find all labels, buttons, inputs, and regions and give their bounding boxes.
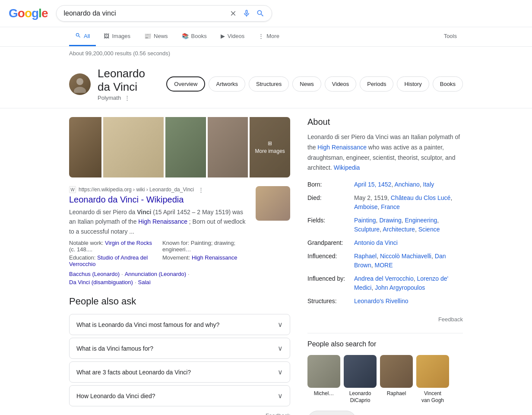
- died-country-link[interactable]: France: [381, 203, 400, 210]
- tab-books[interactable]: 📚 Books: [176, 28, 213, 46]
- google-search-button[interactable]: [256, 9, 265, 18]
- paa-question-1[interactable]: What is Leonardo da Vinci most famous fo…: [70, 314, 290, 335]
- bacchus-link[interactable]: Bacchus (Leonardo): [69, 271, 120, 277]
- grandparent-link[interactable]: Antonio da Vinci: [354, 239, 398, 246]
- structures-link[interactable]: Leonardo's Rivellino: [354, 298, 408, 304]
- main-content: ⊞ More images W https://en.wikipedia.org…: [0, 108, 532, 415]
- google-logo[interactable]: Google: [9, 6, 48, 20]
- paa-feedback[interactable]: Feedback: [69, 409, 290, 415]
- paa-question-4[interactable]: How Leonardo da Vinci died? ∨: [70, 386, 290, 406]
- notable-work-link[interactable]: Virgin of the Rocks: [105, 240, 152, 246]
- search-bar[interactable]: [56, 5, 272, 22]
- wikipedia-more-button[interactable]: ⋮: [198, 187, 204, 193]
- pill-videos[interactable]: Videos: [325, 76, 357, 92]
- sep2: ·: [188, 271, 190, 277]
- sep3: ·: [135, 279, 136, 285]
- result-text-col: W https://en.wikipedia.org › wiki › Leon…: [69, 186, 249, 285]
- svg-point-0: [76, 78, 83, 85]
- more-images-overlay[interactable]: ⊞ More images: [250, 117, 290, 177]
- paa-item-2: What is da Vinci famous for? ∨: [69, 338, 290, 359]
- influenced-by-verrocchio-link[interactable]: Andrea del Verrocchio: [354, 275, 414, 282]
- salai-link[interactable]: Salaì: [138, 279, 151, 285]
- grandparent-value: Antonio da Vinci: [354, 238, 398, 247]
- past-item-vangogh[interactable]: Vincentvan Gogh: [416, 355, 449, 404]
- result-row-wikipedia: W https://en.wikipedia.org › wiki › Leon…: [69, 186, 290, 285]
- influenced-raphael-link[interactable]: Raphael: [354, 253, 377, 260]
- education-label: Education:: [69, 254, 97, 261]
- influenced-by-argyropoulos-link[interactable]: John Argyropoulos: [375, 284, 425, 291]
- pill-overview[interactable]: Overview: [166, 76, 205, 92]
- field-drawing-link[interactable]: Drawing: [379, 217, 401, 224]
- image-grid-icon: ⊞: [268, 140, 272, 146]
- structures-label: Structures:: [307, 297, 351, 306]
- field-engineering-link[interactable]: Engineering: [405, 217, 437, 224]
- logo-letter-o1: o: [18, 6, 25, 20]
- images-strip: ⊞ More images: [69, 117, 290, 177]
- header: Google: [0, 0, 532, 27]
- about-feedback[interactable]: Feedback: [307, 313, 463, 326]
- movement-link[interactable]: High Renaissance: [192, 254, 238, 261]
- paa-item-3: What are 3 facts about Leonardo da Vinci…: [69, 361, 290, 383]
- clear-search-button[interactable]: [229, 10, 237, 17]
- tab-images-label: Images: [112, 33, 130, 39]
- image-thumb-5[interactable]: ⊞ More images: [250, 117, 290, 177]
- tab-more[interactable]: ⋮ More: [252, 28, 285, 46]
- search-input[interactable]: [63, 10, 225, 17]
- paa-question-3[interactable]: What are 3 facts about Leonardo da Vinci…: [70, 362, 290, 382]
- fact-born: Born: April 15, 1452, Anchiano, Italy: [307, 180, 463, 189]
- entity-avatar: [69, 73, 91, 95]
- pill-news[interactable]: News: [292, 76, 321, 92]
- field-architecture-link[interactable]: Architecture: [383, 226, 415, 233]
- pill-books[interactable]: Books: [433, 76, 463, 92]
- see-more-button[interactable]: See more →: [307, 411, 356, 415]
- field-sculpture-link[interactable]: Sculpture: [354, 226, 380, 233]
- image-thumb-3[interactable]: [165, 117, 206, 177]
- influenced-more-link[interactable]: MORE: [374, 262, 393, 269]
- image-thumb-2[interactable]: [103, 117, 164, 177]
- grandparent-label: Grandparent:: [307, 238, 351, 247]
- died-city-link[interactable]: Amboise: [354, 203, 377, 210]
- voice-search-button[interactable]: [242, 9, 251, 18]
- tab-images[interactable]: 🖼 Images: [98, 28, 136, 46]
- wikipedia-title[interactable]: Leonardo da Vinci - Wikipedia: [69, 195, 249, 205]
- died-place-link[interactable]: Château du Clos Lucé: [391, 194, 451, 201]
- past-item-raphael[interactable]: Raphael: [380, 355, 413, 404]
- raphael-name: Raphael: [387, 390, 406, 397]
- influenced-label: Influenced:: [307, 252, 351, 270]
- pill-periods[interactable]: Periods: [360, 76, 393, 92]
- paa-question-2-text: What is da Vinci famous for?: [76, 345, 153, 352]
- tab-news[interactable]: 📰 News: [138, 28, 174, 46]
- tab-videos[interactable]: ▶ Videos: [215, 28, 251, 46]
- books-icon: 📚: [182, 33, 189, 39]
- paa-question-2[interactable]: What is da Vinci famous for? ∨: [70, 338, 290, 358]
- past-item-michelangelo[interactable]: Michel…: [307, 355, 340, 404]
- field-science-link[interactable]: Science: [418, 226, 440, 233]
- high-renaissance-link[interactable]: High Renaissance: [138, 218, 187, 225]
- field-painting-link[interactable]: Painting: [354, 217, 376, 224]
- born-country-link[interactable]: Italy: [423, 181, 434, 188]
- pill-structures[interactable]: Structures: [249, 76, 289, 92]
- image-thumb-1[interactable]: [69, 117, 101, 177]
- pill-history[interactable]: History: [397, 76, 429, 92]
- born-date-link[interactable]: April 15, 1452: [354, 181, 391, 188]
- paa-question-1-text: What is Leonardo da Vinci most famous fo…: [76, 321, 219, 328]
- davinci-disambiguation-link[interactable]: Da Vinci (disambiguation): [69, 279, 133, 285]
- paa-question-3-text: What are 3 facts about Leonardo da Vinci…: [76, 369, 191, 376]
- more-dots-icon: ⋮: [258, 33, 264, 39]
- image-thumb-4[interactable]: [208, 117, 248, 177]
- search-icon: [75, 32, 81, 40]
- tab-all[interactable]: All: [69, 27, 96, 46]
- pill-artworks[interactable]: Artworks: [209, 76, 245, 92]
- wikipedia-source-link[interactable]: Wikipedia: [334, 164, 360, 171]
- high-renaissance-about-link[interactable]: High Renaissance: [317, 144, 367, 151]
- known-for-label: Known for:: [162, 240, 191, 246]
- past-item-dicaprio[interactable]: LeonardoDiCaprio: [344, 355, 377, 404]
- tools-label: Tools: [444, 33, 457, 39]
- entity-more-icon[interactable]: ⋮: [124, 95, 130, 101]
- logo-letter-e: e: [41, 6, 48, 20]
- paa-item-4: How Leonardo da Vinci died? ∨: [69, 385, 290, 406]
- annunciation-link[interactable]: Annunciation (Leonardo): [125, 271, 186, 277]
- tools-button[interactable]: Tools: [438, 28, 463, 46]
- influenced-machiavelli-link[interactable]: Niccolò Machiavelli: [380, 253, 431, 260]
- born-city-link[interactable]: Anchiano: [394, 181, 419, 188]
